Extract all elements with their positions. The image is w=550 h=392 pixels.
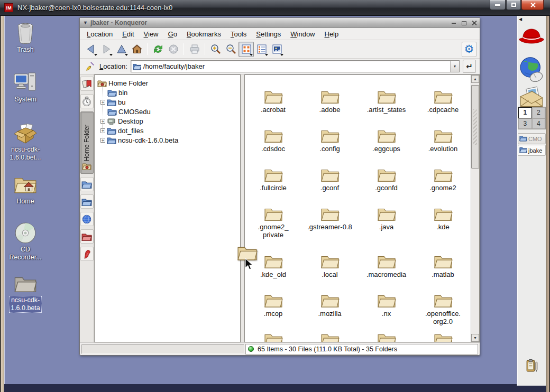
sidebar-services-folder-icon[interactable] — [80, 229, 94, 244]
desktop-icon-home[interactable]: Home — [1, 173, 50, 206]
file-item[interactable]: .fullcircle — [246, 166, 300, 192]
sidebar-history-icon[interactable] — [80, 94, 94, 108]
taskbar-button-cmo[interactable]: CMO — [518, 133, 546, 144]
sidebar-web-icon[interactable] — [80, 212, 94, 226]
tree-item-cmosedu[interactable]: CMOSedu — [100, 107, 240, 116]
tree-root-item[interactable]: Home Folder — [97, 78, 240, 88]
icon-view-dropdown-icon[interactable] — [250, 54, 253, 56]
file-item[interactable]: .cdpcache — [416, 88, 470, 114]
sidebar-bookmarks-icon[interactable] — [80, 77, 94, 91]
menu-tools[interactable]: Tools — [226, 29, 251, 40]
desktop-icon-ncsu-cdk-[interactable]: ncsu-cdk- 1.6.0.beta — [1, 272, 50, 313]
window-minimize-button[interactable] — [490, 0, 506, 10]
menu-window[interactable]: Window — [286, 29, 319, 40]
view-splitter[interactable] — [241, 74, 244, 342]
kde-gear-throbber[interactable]: ⚙ — [462, 42, 476, 57]
pager-desktop-3[interactable]: 3 — [518, 118, 532, 129]
file-icon-view[interactable]: .acrobat.adobe.artist_states.cdpcache.cd… — [244, 74, 480, 342]
folder-tree-view[interactable]: Home Folder bin+buCMOSedu+Desktop+dot_fi… — [94, 74, 241, 342]
home-button[interactable] — [129, 42, 144, 57]
file-item[interactable]: .mozilla — [302, 292, 357, 318]
stop-button[interactable] — [166, 42, 181, 57]
desktop-icon-ncsu-cdk-[interactable]: ncsu-cdk- 1.6.0.bet... — [1, 122, 50, 162]
scrollbar-thumb[interactable] — [471, 85, 479, 169]
window-maximize-button[interactable] — [506, 0, 521, 10]
tree-item-bu[interactable]: +bu — [100, 97, 240, 107]
file-item[interactable]: .acrobat — [246, 88, 300, 114]
tree-item-dot_files[interactable]: +dot_files — [100, 126, 240, 135]
scroll-up-button[interactable]: ▲ — [471, 75, 479, 83]
file-item[interactable]: .kde — [416, 205, 470, 231]
file-item[interactable]: .nx — [359, 292, 414, 318]
file-item[interactable]: .config — [302, 127, 357, 153]
file-item-partial[interactable] — [416, 331, 470, 342]
redhat-menu-button[interactable] — [518, 22, 545, 50]
pager-desktop-1[interactable]: 1 — [518, 107, 532, 118]
konqueror-titlebar[interactable]: ▼ jbaker - Konqueror — [80, 18, 480, 28]
file-item[interactable]: .mcop — [246, 292, 300, 318]
file-item-partial[interactable] — [359, 331, 414, 342]
file-item[interactable]: .gnome2 — [416, 166, 470, 192]
reload-button[interactable] — [150, 42, 166, 57]
window-menu-icon[interactable]: ▼ — [83, 20, 88, 25]
location-dropdown-icon[interactable]: ▾ — [450, 61, 459, 72]
taskbar-button-jbake[interactable]: jbake — [518, 145, 546, 156]
web-browser-launcher[interactable] — [518, 56, 545, 83]
file-item[interactable]: .adobe — [302, 88, 357, 114]
file-item[interactable]: .matlab — [416, 253, 470, 278]
icon-view-button[interactable] — [239, 42, 254, 57]
menu-settings[interactable]: Settings — [251, 29, 286, 40]
sidebar-root-folder-icon[interactable] — [80, 194, 94, 209]
forward-dropdown-icon[interactable] — [109, 54, 113, 56]
list-view-dropdown-icon[interactable] — [265, 54, 268, 56]
tree-expander-icon[interactable]: + — [100, 119, 105, 124]
file-item[interactable]: .macromedia — [359, 253, 414, 278]
file-item[interactable]: .evolution — [416, 127, 470, 153]
file-item[interactable]: .java — [359, 205, 414, 231]
file-item[interactable]: .gstreamer-0.8 — [302, 205, 357, 231]
location-combobox[interactable]: /home/faculty/jbaker ▾ — [131, 60, 460, 72]
desktop-icon-cd[interactable]: CD Recorder... — [1, 221, 50, 262]
tree-expander-icon[interactable]: + — [100, 128, 105, 133]
pager-desktop-2[interactable]: 2 — [532, 107, 546, 118]
konq-close-button[interactable] — [471, 20, 477, 26]
print-button[interactable] — [187, 42, 202, 57]
pager-desktop-4[interactable]: 4 — [532, 118, 546, 129]
list-view-button[interactable] — [254, 42, 269, 57]
desktop-icon-system[interactable]: System — [1, 71, 50, 104]
tree-expander-icon[interactable]: + — [100, 138, 105, 143]
menu-bookmarks[interactable]: Bookmarks — [182, 29, 226, 40]
konq-minimize-button[interactable] — [451, 20, 457, 26]
file-item-partial[interactable] — [302, 331, 357, 342]
menu-help[interactable]: Help — [320, 29, 344, 40]
menu-location[interactable]: Location — [82, 29, 117, 40]
klipper-clipboard-icon[interactable] — [525, 359, 539, 373]
file-item[interactable]: .cdsdoc — [246, 127, 300, 153]
desktop-icon-trash[interactable]: Trash — [1, 21, 50, 54]
file-item[interactable]: .local — [302, 253, 357, 278]
menu-edit[interactable]: Edit — [117, 29, 139, 40]
clear-location-button[interactable] — [84, 60, 96, 73]
tree-item-ncsu-cdk-1.6.0.beta[interactable]: +ncsu-cdk-1.6.0.beta — [100, 135, 240, 145]
file-item[interactable]: .openoffice. org2.0 — [416, 292, 470, 325]
image-view-dropdown-icon[interactable] — [280, 54, 283, 56]
vertical-scrollbar[interactable]: ▲ ▼ — [471, 75, 479, 342]
konq-maximize-button[interactable] — [461, 20, 467, 26]
sidebar-tab-home-folder[interactable]: Home Folder — [80, 111, 94, 174]
nx-titlebar[interactable]: !M NX-jbaker@coen-lx0.boisestate.edu:114… — [0, 0, 550, 16]
sidebar-flag-icon[interactable] — [80, 247, 94, 261]
up-button[interactable] — [114, 42, 129, 57]
sidebar-network-folder-icon[interactable] — [80, 177, 94, 191]
file-item[interactable]: .gconfd — [359, 166, 414, 192]
zoom-in-button[interactable] — [208, 42, 223, 57]
go-button[interactable]: ↵ — [463, 60, 476, 73]
tree-expander-icon[interactable]: + — [100, 100, 105, 105]
tree-item-desktop[interactable]: +Desktop — [100, 116, 240, 126]
menu-go[interactable]: Go — [163, 29, 182, 40]
forward-button[interactable] — [98, 42, 114, 57]
image-view-button[interactable] — [269, 42, 285, 57]
file-item[interactable]: .artist_states — [359, 88, 414, 114]
file-item[interactable]: .gconf — [302, 166, 357, 192]
window-close-button[interactable] — [521, 0, 544, 10]
scroll-down-button[interactable]: ▼ — [471, 334, 479, 342]
